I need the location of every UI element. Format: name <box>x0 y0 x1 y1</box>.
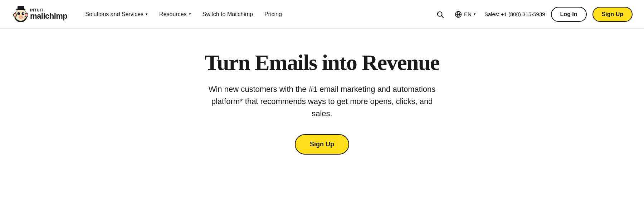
logo-link[interactable]: INTUIT mailchimp <box>11 5 67 24</box>
nav-pricing[interactable]: Pricing <box>259 8 287 20</box>
language-selector[interactable]: EN ▾ <box>452 9 479 20</box>
resources-chevron-icon: ▾ <box>189 12 191 16</box>
search-button[interactable] <box>434 8 446 20</box>
nav-right: EN ▾ Sales: +1 (800) 315-5939 Log In Sig… <box>434 7 633 22</box>
globe-icon <box>455 11 462 18</box>
svg-point-6 <box>18 12 20 15</box>
nav-resources[interactable]: Resources ▾ <box>154 8 196 20</box>
hero-signup-button[interactable]: Sign Up <box>295 134 349 155</box>
svg-point-8 <box>19 13 19 14</box>
svg-point-7 <box>22 12 24 15</box>
main-nav: INTUIT mailchimp Solutions and Services … <box>0 0 644 29</box>
nav-links: Solutions and Services ▾ Resources ▾ Swi… <box>80 8 434 20</box>
logo-text: INTUIT mailchimp <box>30 9 67 20</box>
resources-label: Resources <box>159 11 186 18</box>
mailchimp-label: mailchimp <box>30 12 67 20</box>
svg-point-3 <box>14 13 16 16</box>
switch-label: Switch to Mailchimp <box>203 11 253 18</box>
nav-solutions[interactable]: Solutions and Services ▾ <box>80 8 153 20</box>
hero-subtitle: Win new customers with the #1 email mark… <box>200 83 444 120</box>
solutions-chevron-icon: ▾ <box>146 12 148 16</box>
lang-label: EN <box>464 11 472 17</box>
svg-line-16 <box>441 16 443 18</box>
hero-title: Turn Emails into Revenue <box>205 50 439 75</box>
svg-point-11 <box>20 16 21 16</box>
freddie-icon <box>11 5 30 24</box>
svg-point-12 <box>21 16 22 16</box>
pricing-label: Pricing <box>264 11 282 18</box>
login-button[interactable]: Log In <box>551 7 587 22</box>
svg-point-5 <box>25 13 28 16</box>
solutions-label: Solutions and Services <box>85 11 143 18</box>
hero-section: Turn Emails into Revenue Win new custome… <box>0 29 644 169</box>
svg-point-9 <box>23 13 24 14</box>
search-icon <box>436 10 444 18</box>
svg-rect-14 <box>18 6 24 9</box>
nav-switch[interactable]: Switch to Mailchimp <box>197 8 258 20</box>
lang-chevron-icon: ▾ <box>474 12 476 16</box>
sales-phone: Sales: +1 (800) 315-5939 <box>484 11 545 17</box>
nav-signup-button[interactable]: Sign Up <box>592 7 633 22</box>
